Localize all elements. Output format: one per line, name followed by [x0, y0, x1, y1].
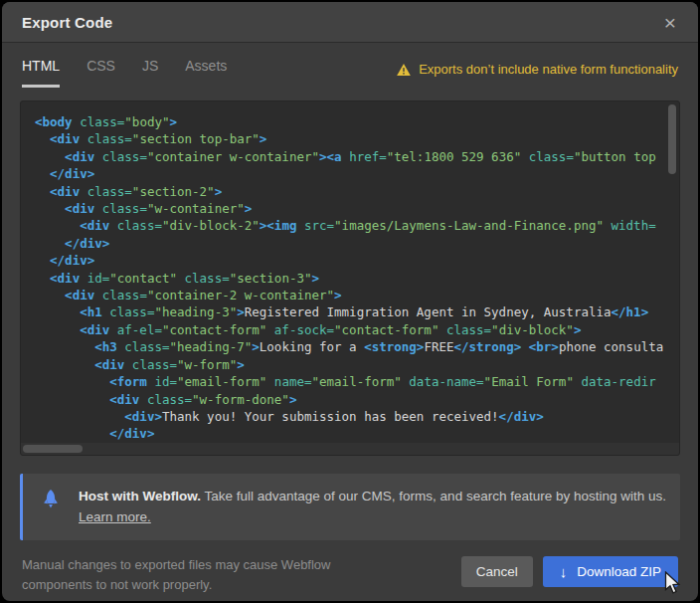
code-line: <div class="section-2">	[35, 183, 679, 200]
footer-note-line2: components to not work properly.	[22, 575, 330, 596]
download-label: Download ZIP	[577, 564, 661, 579]
code-editor[interactable]: <body class="body"> <div class="section …	[20, 100, 680, 456]
code-line: <div>Thank you! Your submission has been…	[35, 408, 679, 425]
tab-css[interactable]: CSS	[87, 58, 115, 88]
tab-html[interactable]: HTML	[22, 58, 60, 88]
code-line: <div class="w-form-done">	[35, 391, 679, 408]
horizontal-scrollbar-track[interactable]	[21, 443, 679, 455]
warning-text: Exports don’t include native form functi…	[419, 62, 678, 77]
code-line: <body class="body">	[35, 113, 679, 130]
tab-bar: HTML CSS JS Assets Exports don’t include…	[2, 43, 698, 88]
code-line: <div id="contact" class="section-3">	[35, 270, 679, 287]
banner-body: Take full advantage of our CMS, forms, a…	[201, 489, 666, 503]
learn-more-link[interactable]: Learn more.	[79, 509, 151, 524]
modal-title: Export Code	[22, 14, 662, 31]
warning-triangle-icon	[397, 64, 411, 76]
horizontal-scrollbar-thumb[interactable]	[23, 445, 83, 453]
code-line: <div class="container-2 w-container">	[35, 287, 679, 303]
cancel-button[interactable]: Cancel	[461, 556, 533, 587]
code-line: </div>	[35, 235, 679, 252]
rocket-icon	[23, 486, 79, 510]
banner-lead: Host with Webflow.	[79, 489, 201, 503]
code-line: <div af-el="contact-form" af-sock="conta…	[35, 321, 679, 338]
vertical-scrollbar-thumb[interactable]	[668, 104, 676, 174]
code-line: <h3 class="heading-7">Looking for a <str…	[35, 338, 679, 355]
form-warning: Exports don’t include native form functi…	[397, 62, 678, 88]
modal-header: Export Code ×	[2, 2, 698, 43]
code-line: <div class="w-form">	[35, 356, 679, 373]
code-line: <div class="section top-bar">	[35, 130, 679, 147]
host-with-webflow-banner: Host with Webflow. Take full advantage o…	[20, 474, 680, 540]
footer-note-line1: Manual changes to exported files may cau…	[22, 555, 330, 576]
tab-js[interactable]: JS	[142, 58, 158, 88]
code-scroll-area: <body class="body"> <div class="section …	[21, 101, 679, 443]
footer-note: Manual changes to exported files may cau…	[22, 555, 330, 597]
export-code-modal: Export Code × HTML CSS JS Assets Exports…	[2, 2, 698, 601]
code-line: <form id="email-form" name="email-form" …	[35, 373, 679, 390]
code-line: <div class="container w-container"><a hr…	[35, 148, 679, 165]
code-line: <h1 class="heading-3">Registered Immigra…	[35, 303, 679, 320]
banner-text: Host with Webflow. Take full advantage o…	[79, 486, 666, 528]
modal-footer: Manual changes to exported files may cau…	[2, 540, 698, 597]
code-content: <body class="body"> <div class="section …	[21, 101, 679, 443]
code-line: </div>	[35, 165, 679, 182]
code-line: <div class="div-block-2"><img src="image…	[35, 217, 679, 234]
code-line: </div>	[35, 425, 679, 442]
tab-assets[interactable]: Assets	[185, 58, 227, 88]
code-line: </div>	[35, 252, 679, 269]
close-icon[interactable]: ×	[662, 12, 678, 33]
download-zip-button[interactable]: ↓ Download ZIP	[543, 556, 678, 587]
footer-buttons: Cancel ↓ Download ZIP	[461, 556, 678, 587]
banner-message: Host with Webflow. Take full advantage o…	[79, 486, 666, 506]
code-line: <div class="w-container">	[35, 200, 679, 217]
download-arrow-icon: ↓	[560, 564, 568, 579]
